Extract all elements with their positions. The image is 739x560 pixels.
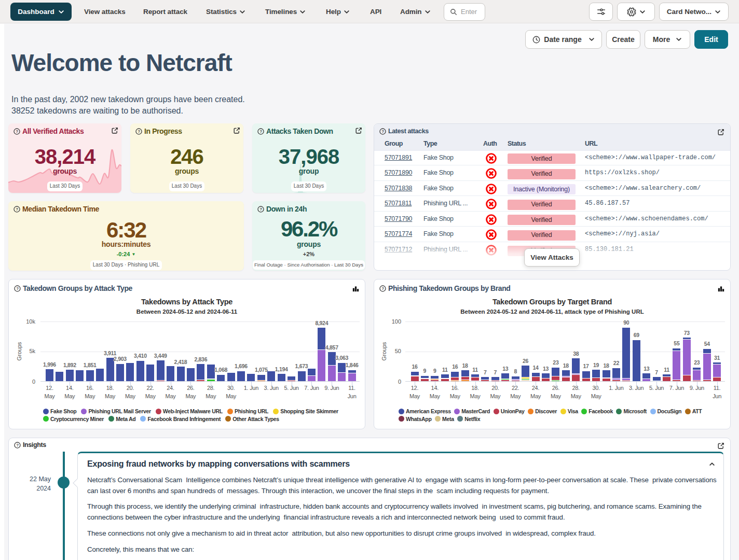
svg-text:?: ? [16,443,19,447]
svg-text:?: ? [16,286,19,291]
svg-text:?: ? [16,129,18,134]
svg-text:?: ? [381,129,384,134]
svg-text:?: ? [16,207,18,212]
svg-text:?: ? [259,129,262,134]
svg-text:?: ? [138,129,140,134]
svg-text:?: ? [259,207,262,212]
svg-text:?: ? [381,286,384,291]
